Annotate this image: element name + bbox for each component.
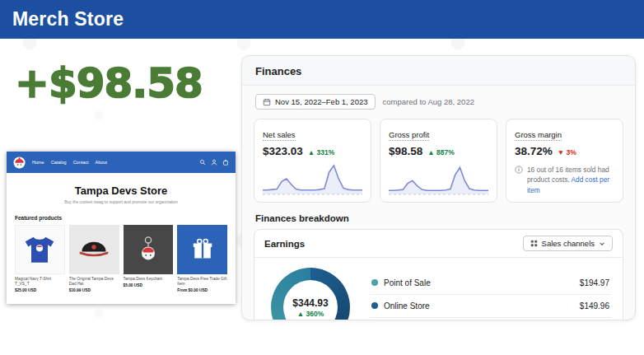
metric-card-gross-profit: Gross profit $98.58 ▲ 887% <box>380 119 497 203</box>
cart-bag-icon[interactable] <box>222 159 229 166</box>
view-all-row: View all sales channels <box>370 318 611 320</box>
product-card-hat[interactable]: The Original Tampa Devs Dad Hat $10.99 U… <box>69 225 119 292</box>
product-card-gift[interactable]: Tampa Devs Free Trade Gift Item From $0.… <box>177 225 227 292</box>
finances-heading: Finances <box>242 56 635 86</box>
store-header-icons <box>199 159 229 166</box>
store-logo-icon[interactable] <box>13 156 26 169</box>
legend-dot <box>371 279 378 286</box>
sales-channels-button[interactable]: Sales channels <box>523 236 613 251</box>
info-icon <box>515 166 523 174</box>
legend-value: $149.96 <box>580 301 609 311</box>
metric-delta: ▼ 3% <box>558 148 576 156</box>
store-nav-about[interactable]: About <box>96 160 107 165</box>
featured-products-heading: Featured products <box>15 215 227 221</box>
profit-headline: +$98.58 <box>15 59 203 107</box>
product-grid: Magical Navy T-Shirt T_VS_T $25.00 USD T… <box>15 225 227 292</box>
legend-value: $194.97 <box>580 278 609 287</box>
earnings-card: Earnings Sales channels $344.93 ▲ 360% P… <box>254 229 623 320</box>
product-price: From $0.00 USD <box>177 288 227 292</box>
product-title: The Original Tampa Devs Dad Hat <box>69 277 119 287</box>
product-price: $10.99 USD <box>69 288 119 292</box>
earnings-total: $344.93 <box>292 297 328 309</box>
earnings-delta: ▲ 360% <box>297 310 324 318</box>
metric-value: 38.72% <box>515 145 553 157</box>
earnings-donut-ring: $344.93 ▲ 360% <box>271 268 350 320</box>
store-title: Tampa Devs Store <box>7 185 236 197</box>
legend-row-online-store: Online Store $149.96 <box>370 295 611 318</box>
product-costs-note: 16 out of 16 items sold had product cost… <box>515 165 614 195</box>
legend-label: Point of Sale <box>384 278 431 287</box>
metric-card-net-sales: Net sales $323.03 ▲ 331% <box>254 119 371 203</box>
earnings-legend: Point of Sale $194.97 Online Store $149.… <box>370 272 611 320</box>
store-nav-home[interactable]: Home <box>32 160 44 165</box>
date-range-button[interactable]: Nov 15, 2022–Feb 1, 2023 <box>255 94 376 110</box>
metric-label: Net sales <box>263 130 296 141</box>
product-price: $5.00 USD <box>124 283 174 287</box>
date-range-label: Nov 15, 2022–Feb 1, 2023 <box>275 97 368 106</box>
gross-profit-sparkline <box>389 161 488 195</box>
store-header: Home Catalog Contact About <box>7 152 236 173</box>
metric-delta: ▲ 887% <box>427 148 455 156</box>
app-banner: Merch Store <box>0 0 644 39</box>
product-image-gift <box>177 225 227 274</box>
metric-value: $98.58 <box>389 145 422 157</box>
calendar-icon <box>263 98 271 106</box>
legend-label: Online Store <box>384 301 430 311</box>
metric-label: Gross margin <box>515 130 562 141</box>
sales-channels-label: Sales channels <box>542 239 595 248</box>
metric-cards: Net sales $323.03 ▲ 331% Gross profit $9… <box>242 119 635 203</box>
earnings-header: Earnings Sales channels <box>254 230 623 258</box>
earnings-body: $344.93 ▲ 360% Point of Sale $194.97 Onl… <box>254 258 623 320</box>
finances-breakdown-heading: Finances breakdown <box>255 213 622 223</box>
metric-delta: ▲ 331% <box>308 148 335 156</box>
earnings-title: Earnings <box>264 239 305 249</box>
legend-row-point-of-sale: Point of Sale $194.97 <box>370 272 611 295</box>
account-icon[interactable] <box>211 159 217 166</box>
store-nav-contact[interactable]: Contact <box>73 160 89 165</box>
chevron-down-icon <box>599 241 605 247</box>
product-title: Magical Navy T-Shirt T_VS_T <box>15 277 65 287</box>
donut-center: $344.93 ▲ 360% <box>283 280 338 320</box>
product-image-tshirt <box>15 225 65 274</box>
channels-grid-icon <box>530 240 538 247</box>
store-tagline: Buy the coolest swag to support and prom… <box>7 199 236 204</box>
legend-dot <box>371 302 378 309</box>
product-card-tshirt[interactable]: Magical Navy T-Shirt T_VS_T $25.00 USD <box>15 225 65 292</box>
store-preview: Home Catalog Contact About Tampa Devs St… <box>7 152 236 304</box>
product-price: $25.00 USD <box>15 288 65 292</box>
product-image-hat <box>69 225 119 274</box>
store-nav-catalog[interactable]: Catalog <box>51 160 67 165</box>
product-image-keychain <box>124 225 174 274</box>
product-title: Tampa Devs Free Trade Gift Item <box>177 277 227 287</box>
store-nav: Home Catalog Contact About <box>32 160 107 165</box>
product-card-keychain[interactable]: Tampa Devs Keychain $5.00 USD <box>124 225 174 292</box>
metric-label: Gross profit <box>389 130 429 141</box>
compared-to-label: compared to Aug 28, 2022 <box>383 97 474 106</box>
date-filter-row: Nov 15, 2022–Feb 1, 2023 compared to Aug… <box>242 86 635 119</box>
search-icon[interactable] <box>199 159 206 166</box>
page-title: Merch Store <box>12 8 124 30</box>
net-sales-sparkline <box>263 161 362 195</box>
product-title: Tampa Devs Keychain <box>124 277 174 282</box>
metric-value: $323.03 <box>263 145 303 157</box>
finances-panel: Finances Nov 15, 2022–Feb 1, 2023 compar… <box>241 55 636 320</box>
metric-card-gross-margin: Gross margin 38.72% ▼ 3% 16 out of 16 it… <box>506 119 623 203</box>
